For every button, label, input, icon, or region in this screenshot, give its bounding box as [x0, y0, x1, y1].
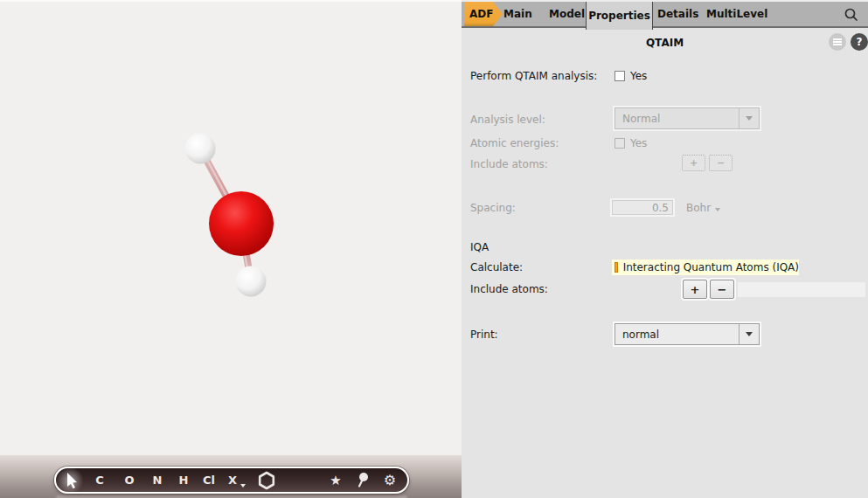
tab-model[interactable]: Model	[549, 8, 585, 20]
tab-bar: ADF Main Model Properties Details MultiL…	[462, 0, 868, 26]
tab-multilevel[interactable]: MultiLevel	[706, 8, 767, 20]
element-button-o[interactable]: O	[120, 469, 139, 491]
spacing-label: Spacing:	[470, 202, 516, 214]
ring-tool-button[interactable]	[255, 469, 278, 491]
molecule-h2o	[0, 2, 462, 456]
element-x-label: X	[228, 474, 237, 487]
element-button-cl[interactable]: Cl	[198, 469, 220, 491]
element-dropdown-caret-icon	[240, 484, 246, 488]
element-button-x[interactable]: X	[223, 469, 242, 491]
spacing-input	[612, 200, 673, 215]
star-icon: ★	[330, 473, 341, 488]
panel-menu-button[interactable]	[829, 33, 846, 51]
perform-qtaim-checkbox[interactable]	[615, 71, 625, 81]
chevron-down-icon	[746, 332, 753, 336]
element-button-h[interactable]: H	[174, 469, 193, 491]
perform-qtaim-label: Perform QTAIM analysis:	[470, 70, 597, 82]
select-tool-button[interactable]	[59, 469, 82, 491]
include-atoms-iqa-input[interactable]	[738, 282, 865, 297]
calculate-iqa-option-label: Interacting Quantum Atoms (IQA)	[623, 261, 799, 273]
selected-tool-glow	[55, 467, 85, 494]
chevron-down-icon	[746, 116, 753, 121]
analysis-level-label: Analysis level:	[470, 114, 545, 126]
spacing-unit-value: Bohr	[686, 202, 711, 214]
settings-button[interactable]: ⚙	[379, 469, 400, 491]
perform-qtaim-option-label: Yes	[630, 70, 647, 82]
structures-button[interactable]: ★	[325, 469, 346, 491]
print-value: normal	[615, 324, 739, 344]
builder-toolbar: C O N H Cl X ★	[54, 467, 409, 494]
analysis-level-value: Normal	[615, 108, 739, 128]
balloon-tool-button[interactable]	[353, 469, 372, 491]
tab-details[interactable]: Details	[657, 8, 698, 20]
calculate-iqa-checkbox[interactable]	[615, 262, 618, 273]
element-button-c[interactable]: C	[90, 469, 109, 491]
atomic-energies-label: Atomic energies:	[470, 137, 559, 149]
page-title: QTAIM	[462, 37, 868, 49]
atom-hydrogen-2[interactable]	[236, 266, 267, 297]
include-atoms-qtaim-label: Include atoms:	[470, 158, 548, 170]
include-atoms-qtaim-remove-button: −	[709, 155, 733, 171]
atom-hydrogen-1[interactable]	[185, 134, 216, 164]
tab-properties[interactable]: Properties	[586, 2, 653, 30]
print-select[interactable]: normal	[615, 323, 760, 345]
ring-tool-icon	[256, 469, 277, 492]
analysis-level-select: Normal	[615, 107, 760, 129]
help-button[interactable]: ?	[851, 33, 868, 51]
print-arrow	[739, 324, 759, 344]
spacing-unit-select: Bohr	[686, 202, 720, 214]
element-button-n[interactable]: N	[148, 469, 167, 491]
question-mark-icon: ?	[857, 36, 863, 48]
menu-icon	[833, 41, 842, 43]
balloon-icon	[354, 470, 372, 491]
tab-adf[interactable]: ADF	[464, 2, 503, 26]
include-atoms-iqa-remove-button[interactable]: −	[710, 280, 734, 299]
atom-oxygen[interactable]	[209, 191, 274, 256]
unit-caret-icon	[715, 208, 720, 211]
print-label: Print:	[470, 329, 498, 341]
analysis-level-arrow	[739, 108, 759, 128]
tab-bar-underline	[462, 26, 868, 28]
ams-input-window: C O N H Cl X ★	[0, 0, 868, 498]
include-atoms-iqa-add-button[interactable]: +	[683, 280, 707, 299]
gear-icon: ⚙	[384, 472, 396, 488]
search-icon[interactable]	[844, 7, 859, 23]
calculate-highlight-row: Interacting Quantum Atoms (IQA)	[612, 259, 799, 275]
molecule-viewer-canvas[interactable]: C O N H Cl X ★	[0, 0, 462, 498]
include-atoms-qtaim-add-button: +	[682, 155, 705, 171]
include-atoms-iqa-label: Include atoms:	[470, 283, 548, 295]
iqa-section-heading: IQA	[470, 241, 489, 253]
properties-panel: ADF Main Model Properties Details MultiL…	[462, 0, 868, 498]
calculate-label: Calculate:	[470, 261, 523, 273]
atomic-energies-checkbox	[615, 138, 625, 149]
tab-main[interactable]: Main	[503, 8, 532, 20]
atomic-energies-option-label: Yes	[630, 137, 647, 149]
